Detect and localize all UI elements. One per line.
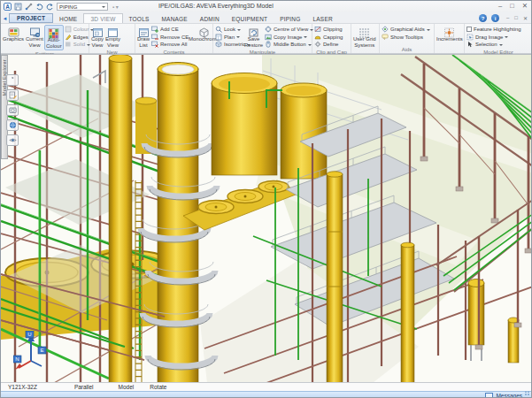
- maximize-button[interactable]: □: [510, 2, 514, 10]
- redo-icon[interactable]: [46, 3, 54, 11]
- doc-close-button[interactable]: ✕: [523, 15, 528, 21]
- clipping-button[interactable]: Clipping: [313, 26, 350, 34]
- middle-button-button[interactable]: Middle Button: [264, 41, 310, 49]
- document-window-controls: – □ ✕: [506, 15, 528, 21]
- clipping-icon: [314, 26, 321, 33]
- copy-view-button[interactable]: Copy View: [90, 25, 104, 49]
- undo-icon[interactable]: [35, 3, 43, 11]
- graphical-aids-icon: [382, 26, 389, 33]
- ribbon-group-model-editor: Feature Highlighting Drag Image Selec: [465, 24, 532, 53]
- tooltip-icon: [382, 34, 389, 41]
- feature-highlighting-checkbox[interactable]: Feature Highlighting: [466, 26, 531, 34]
- discipline-value: PIPING: [59, 4, 77, 10]
- doc-minimize-button[interactable]: –: [506, 15, 509, 21]
- copy-image-icon: [265, 34, 272, 41]
- axis-orientation-indicator: U N E: [13, 331, 49, 373]
- ribbon-group-increments: Increments: [435, 24, 465, 53]
- interaction-mode[interactable]: Rotate: [150, 384, 166, 390]
- navigate-globe-icon[interactable]: [6, 119, 19, 131]
- close-button[interactable]: ✕: [522, 2, 528, 10]
- discipline-combobox[interactable]: PIPING: [57, 3, 108, 11]
- tab-3d-view[interactable]: 3D VIEW: [83, 13, 122, 23]
- empty-view-icon: [107, 26, 119, 36]
- chevron-down-icon: [237, 29, 241, 33]
- centre-of-view-button[interactable]: Centre of View: [264, 26, 310, 34]
- plan-button[interactable]: Plan: [214, 34, 243, 42]
- look-icon: [215, 26, 222, 33]
- tab-tools[interactable]: TOOLS: [123, 14, 156, 23]
- increments-button[interactable]: Increments: [436, 25, 464, 43]
- tab-home[interactable]: HOME: [53, 14, 83, 23]
- tab-manage[interactable]: MANAGE: [155, 14, 193, 23]
- editor-mode[interactable]: Model: [119, 384, 135, 390]
- add-ce-button[interactable]: Add CE: [150, 26, 188, 34]
- remove-ce-button[interactable]: Remove CE: [150, 34, 188, 42]
- ribbon: Graphics Current View Auto- Colour: [1, 24, 531, 54]
- chevron-down-icon: [102, 6, 105, 10]
- tab-admin[interactable]: ADMIN: [194, 14, 226, 23]
- save-restore-button[interactable]: Save Restore: [243, 25, 264, 49]
- graphics-button[interactable]: Graphics: [2, 25, 25, 43]
- chevron-down-icon: [427, 29, 430, 33]
- define-button[interactable]: Define: [313, 41, 350, 49]
- resize-grip[interactable]: [525, 391, 530, 396]
- ribbon-tab-bar: ◂ PROJECT HOME 3D VIEW TOOLS MANAGE ADMI…: [1, 12, 531, 24]
- projection-mode[interactable]: Parallel: [74, 384, 94, 390]
- status-bar: Y121X-32Z Parallel Model Rotate: [1, 382, 531, 391]
- draw-list-icon: [138, 26, 150, 36]
- snapshot-icon[interactable]: [6, 104, 19, 116]
- empty-view-button[interactable]: Empty View: [104, 25, 121, 49]
- window-controls: – □ ✕: [498, 2, 528, 10]
- tab-equipment[interactable]: EQUIPMENT: [226, 14, 274, 23]
- messages-button[interactable]: Messages: [496, 393, 522, 398]
- tab-piping[interactable]: PIPING: [274, 14, 306, 23]
- draw-list-button[interactable]: Draw List: [136, 25, 150, 49]
- grid-dots-icon: [359, 26, 370, 36]
- tab-project[interactable]: PROJECT: [9, 13, 53, 23]
- tab-laser[interactable]: LASER: [307, 14, 339, 23]
- save-restore-icon: [248, 26, 259, 36]
- save-icon[interactable]: [14, 3, 22, 11]
- isometric-button[interactable]: Isometric: [214, 41, 243, 49]
- ribbon-group-user-grid: User Grid Systems: [351, 24, 380, 53]
- plant-3d-scene: [1, 55, 532, 382]
- current-view-button[interactable]: Current View: [25, 25, 44, 49]
- drawlist-edit-icon[interactable]: [6, 89, 19, 101]
- show-tooltips-button[interactable]: Show Tooltips: [381, 34, 433, 42]
- minimize-button[interactable]: –: [498, 2, 502, 10]
- help-icon[interactable]: ?: [479, 14, 487, 22]
- edges-icon: [65, 34, 72, 41]
- define-gear-icon: [314, 41, 321, 48]
- plan-icon: [215, 34, 222, 41]
- 3d-viewport[interactable]: Model Explorer: [1, 54, 532, 382]
- link-icon[interactable]: [25, 3, 33, 11]
- look-button[interactable]: Look: [214, 26, 243, 34]
- axis-up-label: U: [27, 332, 31, 337]
- user-grid-systems-button[interactable]: User Grid Systems: [352, 25, 377, 49]
- drag-image-button[interactable]: Drag Image: [466, 34, 531, 42]
- copy-image-button[interactable]: Copy Image: [264, 34, 310, 42]
- graphical-aids-button[interactable]: Graphical Aids: [381, 26, 433, 34]
- quick-access-toolbar: A PIPING ▪ ▾: [1, 3, 119, 11]
- refresh-view-icon[interactable]: [6, 74, 19, 86]
- toolbar-overflow-icon[interactable]: ▪ ▾: [112, 4, 119, 10]
- window-title: IPE/OILGAS: AVEVA Everything3D Model: [158, 3, 274, 9]
- info-icon[interactable]: i: [491, 14, 499, 22]
- graphics-icon: [8, 26, 19, 36]
- doc-restore-button[interactable]: □: [514, 15, 518, 21]
- remove-all-button[interactable]: Remove All: [150, 41, 188, 49]
- title-bar: A PIPING ▪ ▾ IPE/OILGAS: AVEVA Everythin…: [1, 1, 531, 12]
- checkbox-icon: [466, 27, 472, 32]
- selection-button[interactable]: Selection: [466, 41, 531, 49]
- tab-back-arrow-icon[interactable]: ◂: [1, 13, 9, 23]
- ribbon-group-contents: Draw List Add CE Remove CE: [135, 24, 213, 53]
- ribbon-group-manipulate: Look Plan Isometric: [213, 24, 312, 53]
- copy-view-icon: [92, 26, 104, 36]
- visibility-eye-icon[interactable]: [6, 134, 19, 146]
- chevron-down-icon: [236, 36, 240, 40]
- viewport-tool-stack: [6, 74, 19, 146]
- capping-button[interactable]: Capping: [313, 34, 350, 42]
- aveva-logo-icon[interactable]: A: [4, 3, 12, 11]
- auto-colour-button[interactable]: Auto- Colour: [44, 25, 64, 50]
- message-bar: Messages: [1, 391, 531, 398]
